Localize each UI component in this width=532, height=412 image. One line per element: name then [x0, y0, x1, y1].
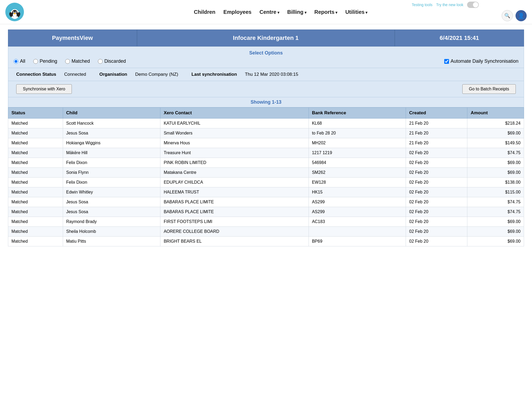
- table-row[interactable]: MatchedSonia FlynnMatakana CentreSM26202…: [8, 168, 524, 178]
- table-row[interactable]: MatchedEdwin WhitleyHALEEMA TRUSTHK1502 …: [8, 187, 524, 197]
- payments-table: Status Child Xero Contact Bank Reference…: [8, 107, 524, 246]
- datetime: 6/4/2021 15:41: [440, 35, 479, 41]
- table-row[interactable]: MatchedSheila HolcombAORERE COLLEGE BOAR…: [8, 227, 524, 237]
- radio-matched[interactable]: Matched: [65, 58, 90, 64]
- table-row[interactable]: MatchedJesus SosaBABARAS PLACE LIMITEAS2…: [8, 207, 524, 217]
- showing-label: Showing 1-13: [8, 97, 524, 107]
- nav-centre[interactable]: Centre: [259, 9, 279, 15]
- options-title: Select Options: [14, 50, 518, 56]
- col-bank-reference: Bank Reference: [309, 108, 406, 119]
- info-panel: Connection Status Connected Organisation…: [8, 68, 524, 81]
- centre-name-cell: Infocare Kindergarten 1: [137, 30, 395, 46]
- centre-name: Infocare Kindergarten 1: [233, 35, 299, 41]
- connection-label: Connection Status: [16, 72, 56, 77]
- automate-sync-checkbox[interactable]: [444, 59, 449, 64]
- search-button[interactable]: 🔍: [502, 10, 513, 21]
- org-value: Demo Company (NZ): [135, 72, 178, 77]
- radio-discarded[interactable]: Discarded: [98, 58, 126, 64]
- topbar: Testing tools Try the new look Children …: [0, 0, 532, 24]
- nav-utilities[interactable]: Utilities: [345, 9, 367, 15]
- datetime-cell: 6/4/2021 15:41: [395, 30, 524, 46]
- table-row[interactable]: MatchedFelix DixonEDUPLAY CHILDCAEW12802…: [8, 178, 524, 187]
- automate-sync-label: Automate Daily Synchronisation: [451, 58, 518, 64]
- col-status: Status: [8, 108, 63, 119]
- nav-employees[interactable]: Employees: [223, 9, 252, 15]
- radio-pending[interactable]: Pending: [33, 58, 57, 64]
- try-new-look-link[interactable]: Try the new look: [436, 3, 463, 7]
- testing-tools-link[interactable]: Testing tools: [412, 3, 433, 7]
- table-row[interactable]: MatchedFelix DixonPINK ROBIN LIMITED5469…: [8, 158, 524, 168]
- col-created: Created: [406, 108, 467, 119]
- main-nav: Children Employees Centre Billing Report…: [35, 9, 527, 15]
- main-content: PaymentsView Infocare Kindergarten 1 6/4…: [0, 24, 532, 252]
- user-avatar[interactable]: 👤: [516, 10, 527, 21]
- sync-value: Thu 12 Mar 2020 03:08:15: [245, 72, 298, 77]
- sync-xero-button[interactable]: Synchronise with Xero: [16, 84, 72, 94]
- logo-icon[interactable]: [5, 3, 24, 21]
- automate-sync-checkbox-item: Automate Daily Synchronisation: [444, 58, 518, 64]
- org-label: Organisation: [99, 72, 127, 77]
- svg-point-5: [13, 12, 14, 12]
- nav-billing[interactable]: Billing: [287, 9, 306, 15]
- connection-value: Connected: [64, 72, 86, 77]
- table-header-row: Status Child Xero Contact Bank Reference…: [8, 108, 524, 119]
- table-row[interactable]: MatchedJesus SosaSmall Wondersto Feb 28 …: [8, 128, 524, 138]
- col-xero-contact: Xero Contact: [160, 108, 309, 119]
- logo-area[interactable]: [5, 3, 24, 21]
- radio-all[interactable]: All: [14, 58, 25, 64]
- sync-label: Last synchronisation: [192, 72, 237, 77]
- table-row[interactable]: MatchedMatiu PittsBRIGHT BEARS ELBP6902 …: [8, 237, 524, 246]
- app-name: PaymentsView: [52, 35, 93, 41]
- batch-receipts-button[interactable]: Go to Batch Receipts: [462, 84, 516, 94]
- buttons-panel: Synchronise with Xero Go to Batch Receip…: [8, 81, 524, 97]
- app-name-cell: PaymentsView: [8, 30, 137, 46]
- header-panel: PaymentsView Infocare Kindergarten 1 6/4…: [8, 30, 524, 47]
- table-row[interactable]: MatchedHokianga WigginsMinerva HousMH202…: [8, 138, 524, 148]
- table-row[interactable]: MatchedRaymond BradyFIRST FOOTSTEPS LIMI…: [8, 217, 524, 227]
- table-row[interactable]: MatchedJesus SosaBABARAS PLACE LIMITEAS2…: [8, 197, 524, 207]
- radio-group: All Pending Matched Discarded: [14, 58, 126, 64]
- nav-children[interactable]: Children: [194, 9, 215, 15]
- table-row[interactable]: MatchedMākēre HillTreasure Hunt1217 1219…: [8, 148, 524, 158]
- table-row[interactable]: MatchedScott HancockKATUI EARLYCHILKL682…: [8, 119, 524, 128]
- svg-point-7: [14, 13, 15, 14]
- new-look-toggle[interactable]: [467, 2, 479, 8]
- col-amount: Amount: [467, 108, 524, 119]
- nav-reports[interactable]: Reports: [314, 9, 337, 15]
- svg-point-6: [15, 12, 16, 12]
- options-row: All Pending Matched Discarded Automate D…: [14, 58, 518, 64]
- col-child: Child: [63, 108, 160, 119]
- options-panel: Select Options All Pending Matched Disca…: [8, 47, 524, 68]
